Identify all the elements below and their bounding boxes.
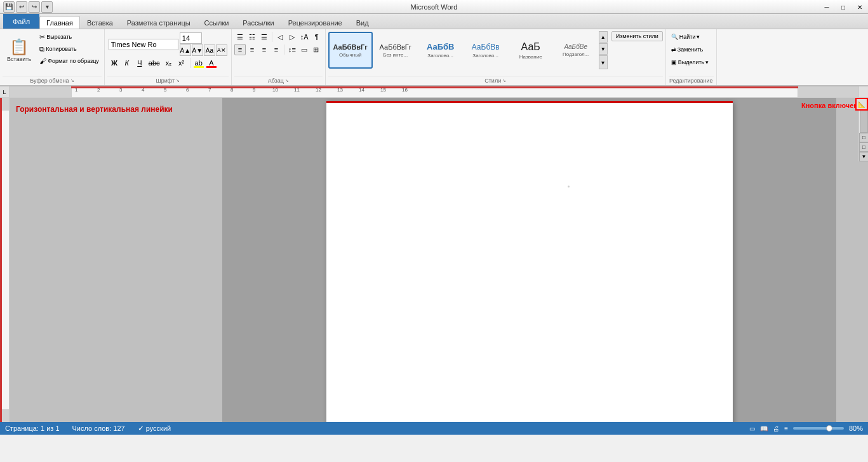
clipboard-group: 📋 Вставить ✂ Вырезать ⧉ Копировать 🖌 Фор… — [0, 29, 105, 85]
tab-home[interactable]: Главная — [39, 16, 80, 29]
styles-dialog-launcher[interactable]: ↘ — [502, 78, 506, 83]
style-heading1-label: Заголово... — [427, 53, 453, 58]
subscript-button[interactable]: x₂ — [163, 57, 175, 69]
scroll-thumb[interactable] — [860, 107, 868, 133]
underline-button[interactable]: Ч — [134, 57, 145, 69]
multilevel-list-button[interactable]: ☰ — [258, 31, 270, 43]
style-subtitle[interactable]: АаБбВе Подзагол... — [554, 32, 598, 69]
strikethrough-button[interactable]: аbc — [147, 57, 162, 69]
clipboard-dialog-launcher[interactable]: ↘ — [70, 78, 74, 83]
vertical-ruler — [0, 98, 10, 422]
scroll-page-down-button[interactable]: □ — [859, 142, 868, 152]
replace-button[interactable]: ⇄ Заменить — [669, 44, 712, 55]
decrease-indent-button[interactable]: ◁ — [274, 31, 286, 43]
select-button[interactable]: ▣ Выделить ▾ — [669, 57, 712, 68]
ruler-corner-button[interactable]: L — [0, 86, 10, 98]
change-case-button[interactable]: Aa — [204, 44, 215, 56]
styles-group-label[interactable]: Стили ↘ — [328, 76, 663, 85]
tab-insert[interactable]: Вставка — [80, 16, 120, 29]
superscript-button[interactable]: x² — [176, 57, 187, 69]
zoom-slider[interactable] — [793, 427, 844, 430]
document-page[interactable] — [326, 101, 733, 422]
tab-view[interactable]: Вид — [349, 16, 376, 29]
view-normal-button[interactable]: ▭ — [749, 425, 755, 432]
view-print-button[interactable]: 🖨 — [773, 425, 779, 432]
language-indicator[interactable]: ✓ русский — [138, 424, 171, 433]
format-painter-button[interactable]: 🖌 Формат по образцу — [37, 55, 102, 67]
shading-icon: ▭ — [301, 46, 307, 54]
zoom-thumb[interactable] — [826, 425, 832, 431]
redo-button[interactable]: ↪ — [29, 1, 40, 13]
shading-button[interactable]: ▭ — [298, 44, 310, 55]
tab-mailings[interactable]: Рассылки — [236, 16, 281, 29]
line-spacing-button[interactable]: ↕≡ — [286, 44, 298, 55]
callout-text: Кнопка включения линейки — [801, 101, 852, 111]
find-dropdown[interactable]: ▾ — [697, 34, 700, 40]
tab-file[interactable]: Файл — [3, 13, 39, 29]
tab-review[interactable]: Рецензирование — [281, 16, 349, 29]
select-dropdown[interactable]: ▾ — [705, 59, 709, 65]
paste-button[interactable]: 📋 Вставить — [3, 31, 36, 69]
cut-button[interactable]: ✂ Вырезать — [37, 31, 102, 43]
numbering-button[interactable]: ☷ — [246, 31, 258, 43]
window-controls: ─ □ ✕ — [818, 0, 868, 14]
save-button[interactable]: 💾 — [3, 1, 15, 13]
style-normal[interactable]: АаБбВвГг Обычный — [328, 32, 373, 69]
scroll-down-button[interactable]: ▼ — [859, 152, 868, 161]
text-highlight-button[interactable]: ab — [193, 57, 204, 69]
style-no-spacing[interactable]: АаБбВвГг Без инте... — [373, 32, 418, 69]
minimize-button[interactable]: ─ — [818, 0, 835, 14]
font-size-input[interactable] — [180, 32, 202, 44]
close-button[interactable]: ✕ — [851, 0, 868, 14]
styles-scroll-down[interactable]: ▼ — [599, 43, 608, 55]
borders-button[interactable]: ⊞ — [310, 44, 322, 55]
style-heading1[interactable]: АаБбВ Заголово... — [418, 32, 463, 69]
bold-button[interactable]: Ж — [109, 57, 120, 69]
maximize-button[interactable]: □ — [835, 0, 851, 14]
styles-scroll-up[interactable]: ▲ — [599, 31, 608, 43]
paragraph-group-label[interactable]: Абзац ↘ — [234, 76, 323, 85]
styles-group: АаБбВвГг Обычный АаБбВвГг Без инте... Аа… — [326, 29, 666, 85]
font-grow-button[interactable]: A▲ — [180, 44, 191, 56]
page-content[interactable] — [326, 103, 733, 421]
tab-references[interactable]: Ссылки — [197, 16, 236, 29]
undo-button[interactable]: ↩ — [16, 1, 27, 13]
style-heading2[interactable]: АаБбВв Заголово... — [464, 32, 508, 69]
font-name-input[interactable] — [109, 39, 178, 50]
tab-page-layout[interactable]: Разметка страницы — [120, 16, 197, 29]
paragraph-dialog-launcher[interactable]: ↘ — [285, 78, 289, 83]
clear-format-button[interactable]: A✕ — [216, 44, 227, 56]
align-right-button[interactable]: ≡ — [258, 44, 270, 55]
find-button[interactable]: 🔍 Найти ▾ — [669, 31, 712, 43]
status-bar: Страница: 1 из 1 Число слов: 127 ✓ русск… — [0, 422, 868, 435]
view-web-button[interactable]: ≡ — [784, 425, 788, 432]
editing-group: 🔍 Найти ▾ ⇄ Заменить ▣ Выделить ▾ Редакт… — [666, 29, 717, 85]
bullets-button[interactable]: ☰ — [234, 31, 246, 43]
italic-button[interactable]: К — [121, 57, 133, 69]
ruler-toggle-button[interactable]: 📐 — [855, 98, 868, 111]
clipboard-group-label[interactable]: Буфер обмена ↘ — [3, 76, 102, 85]
styles-scroll-buttons: ▲ ▼ ▾ — [599, 31, 608, 69]
view-reading-button[interactable]: 📖 — [760, 425, 768, 432]
font-color-button[interactable]: A — [206, 57, 217, 69]
align-center-button[interactable]: ≡ — [246, 44, 258, 55]
change-styles-btn[interactable]: Изменить стили — [611, 31, 663, 41]
font-dialog-launcher[interactable]: ↘ — [176, 78, 180, 83]
style-title[interactable]: АаБ Название — [509, 32, 553, 69]
scroll-track[interactable] — [859, 107, 868, 133]
change-styles-button[interactable]: Изменить стили — [609, 31, 663, 41]
increase-indent-button[interactable]: ▷ — [286, 31, 298, 43]
font-shrink-button[interactable]: A▼ — [192, 44, 203, 56]
styles-more-button[interactable]: ▾ — [599, 55, 608, 69]
align-left-button[interactable]: ≡ — [234, 44, 246, 55]
customize-qat-button[interactable]: ▾ — [41, 1, 53, 13]
font-group-label[interactable]: Шрифт ↘ — [107, 76, 229, 85]
para-row-2: ≡ ≡ ≡ ≡ ↕≡ ▭ ⊞ — [234, 44, 323, 55]
page-area[interactable] — [222, 98, 836, 422]
copy-button[interactable]: ⧉ Копировать — [37, 43, 102, 55]
justify-button[interactable]: ≡ — [270, 44, 282, 55]
show-marks-button[interactable]: ¶ — [311, 31, 323, 43]
style-normal-label: Обычный — [339, 52, 361, 58]
sort-button[interactable]: ↕A — [298, 31, 310, 43]
scroll-page-up-button[interactable]: □ — [859, 133, 868, 142]
